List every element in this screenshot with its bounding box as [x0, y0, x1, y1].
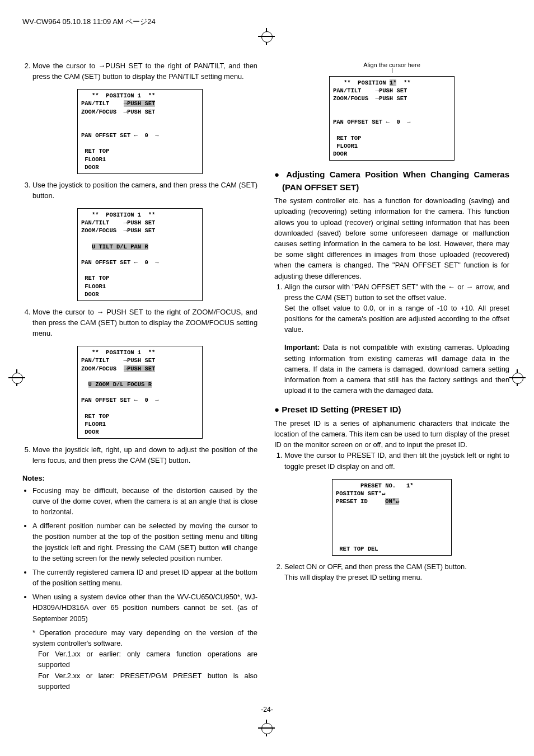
menu-box-1: ** POSITION 1 ** PAN/TILT →PUSH SET ZOOM… [77, 89, 203, 174]
notes-heading: Notes: [22, 473, 257, 483]
important-label: Important: [284, 343, 320, 351]
preset-step-2: Select ON or OFF, and then press the CAM… [284, 561, 509, 583]
notes-list: Focusing may be difficult, because of th… [22, 485, 257, 624]
note-3: The currently registered camera ID and p… [32, 567, 257, 588]
menu-box-b: PRESET NO. 1* POSITION SET"↵ PRESET ID O… [332, 479, 452, 556]
crop-mark-top [258, 28, 275, 45]
important-note: Important: Data is not compatible with e… [284, 342, 509, 396]
note-star-1: * Operation procedure may vary depending… [32, 627, 257, 649]
step-3: Use the joystick to position the camera,… [32, 180, 257, 201]
heading-preset-id: ● Preset ID Setting (PRESET ID) [274, 403, 509, 416]
note-star-2: For Ver.1.xx or earlier: only camera fun… [38, 649, 257, 670]
crop-mark-left [8, 369, 25, 386]
preset-step-1: Move the cursor to PRESET ID, and then t… [284, 450, 509, 471]
running-header: WV-CW964 05.10.18 11:09 AM ページ24 [22, 17, 512, 27]
note-1: Focusing may be difficult, because of th… [32, 485, 257, 518]
offset-step-1: Align the cursor with "PAN OFFSET SET" w… [284, 281, 509, 335]
note-4: When using a system device other than th… [32, 591, 257, 624]
note-star-3: For Ver.2.xx or later: PRESET/PGM PRESET… [38, 670, 257, 692]
crop-mark-bottom [258, 720, 275, 736]
offset-step-1a: Align the cursor with "PAN OFFSET SET" w… [284, 283, 509, 302]
menu-box-a: ** POSITION 1* ** PAN/TILT →PUSH SET ZOO… [329, 76, 455, 161]
note-2: A different position number can be selec… [32, 520, 257, 564]
paragraph-pan-offset: The system controller etc. has a functio… [274, 195, 509, 281]
preset-step-2a: Select ON or OFF, and then press the CAM… [284, 562, 467, 571]
heading-pan-offset: ● Adjusting Camera Position When Changin… [274, 168, 509, 194]
menu-box-2: ** POSITION 1 ** PAN/TILT →PUSH SET ZOOM… [77, 208, 203, 301]
left-column: Move the cursor to →PUSH SET to the righ… [22, 60, 257, 692]
paragraph-preset-id: The preset ID is a series of alphanumeri… [274, 418, 509, 450]
step-4: Move the cursor to → PUSH SET to the rig… [32, 307, 257, 339]
step-2: Move the cursor to →PUSH SET to the righ… [32, 60, 257, 82]
step-5: Move the joystick left, right, up and do… [32, 444, 257, 466]
preset-step-2b: This will display the preset ID setting … [284, 573, 422, 581]
right-column: Align the cursor here ** POSITION 1* ** … [274, 60, 509, 692]
page-number: -24- [22, 706, 512, 713]
crop-mark-right [509, 369, 526, 386]
menu-box-3: ** POSITION 1 ** PAN/TILT →PUSH SET ZOOM… [77, 346, 203, 439]
align-cursor-label: Align the cursor here [274, 60, 509, 70]
offset-step-1b: Set the offset value to 0.0, or in a ran… [284, 304, 509, 334]
